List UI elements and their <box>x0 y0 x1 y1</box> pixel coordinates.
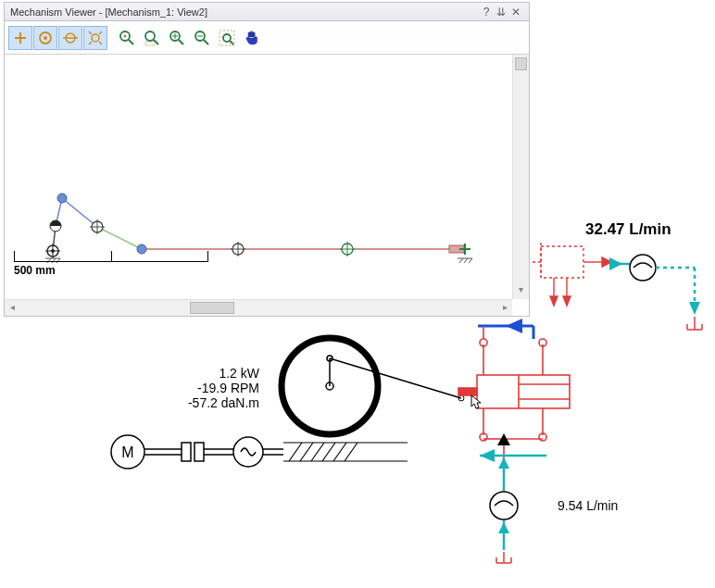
svg-point-25 <box>223 34 231 42</box>
svg-line-39 <box>469 258 472 263</box>
vscroll-thumb[interactable] <box>515 57 527 70</box>
svg-text:M: M <box>121 444 133 460</box>
svg-rect-69 <box>182 443 191 461</box>
svg-point-90 <box>480 339 487 346</box>
svg-line-79 <box>300 443 313 461</box>
svg-point-65 <box>111 435 144 469</box>
svg-marker-109 <box>609 257 622 270</box>
svg-line-18 <box>179 40 183 44</box>
zoom-fit-button[interactable] <box>115 26 139 50</box>
mechanism-canvas[interactable]: 500 mm <box>5 55 529 299</box>
zoom-in-button[interactable] <box>165 26 189 50</box>
svg-point-3 <box>44 36 47 40</box>
svg-point-111 <box>630 255 656 281</box>
flow-bottom-readout: 9.54 L/min <box>558 498 618 513</box>
svg-point-40 <box>57 194 67 203</box>
svg-marker-108 <box>563 296 571 306</box>
pointer-cursor-icon <box>469 394 485 417</box>
zoom-region-button[interactable] <box>140 26 164 50</box>
motor-readouts: 1.2 kW -19.9 RPM -57.2 daN.m <box>176 366 259 410</box>
svg-point-14 <box>145 31 155 41</box>
svg-rect-84 <box>477 375 570 408</box>
hscroll-thumb[interactable] <box>190 302 234 314</box>
zoom-out-button[interactable] <box>190 26 214 50</box>
svg-line-7 <box>89 31 92 34</box>
magnifier-minus-icon <box>193 29 211 47</box>
speed-readout: -19.9 RPM <box>176 381 259 395</box>
target-expand-icon <box>86 29 105 47</box>
svg-marker-130 <box>498 522 509 533</box>
svg-rect-100 <box>541 246 583 278</box>
svg-line-12 <box>129 40 133 44</box>
pan-button[interactable] <box>240 26 264 50</box>
svg-line-37 <box>459 258 463 263</box>
svg-marker-124 <box>480 449 495 462</box>
svg-marker-114 <box>689 302 700 315</box>
svg-point-64 <box>458 395 464 401</box>
titlebar[interactable]: Mechanism Viewer - [Mechanism_1: View2] … <box>5 3 529 21</box>
target-center-button[interactable] <box>33 26 57 50</box>
svg-point-13 <box>124 34 127 37</box>
svg-line-27 <box>62 198 97 227</box>
add-anchor-button[interactable] <box>8 26 32 50</box>
svg-line-83 <box>345 443 358 461</box>
power-readout: 1.2 kW <box>176 366 259 381</box>
svg-point-59 <box>282 338 378 434</box>
svg-marker-120 <box>506 319 522 333</box>
mechanism-viewer-panel: Mechanism Viewer - [Mechanism_1: View2] … <box>4 2 530 317</box>
target-center-icon <box>36 29 55 47</box>
target-horizontal-icon <box>61 29 80 47</box>
flow-top-readout: 32.47 L/min <box>585 220 671 239</box>
svg-point-73 <box>233 437 263 467</box>
svg-point-61 <box>327 356 332 361</box>
scale-label: 500 mm <box>14 264 208 277</box>
svg-point-128 <box>490 492 518 519</box>
toolbar <box>5 21 529 55</box>
svg-marker-125 <box>497 433 510 445</box>
svg-point-94 <box>480 433 487 441</box>
svg-marker-106 <box>550 296 558 306</box>
svg-line-38 <box>464 258 468 263</box>
svg-marker-102 <box>602 257 611 267</box>
zoom-select-button[interactable] <box>215 26 239 50</box>
pin-button[interactable]: ⇊ <box>494 6 508 19</box>
scale-bar: 500 mm <box>14 251 208 277</box>
magnifier-fit-icon <box>118 29 136 47</box>
svg-point-6 <box>92 34 99 42</box>
target-expand-button[interactable] <box>83 26 107 50</box>
hand-icon <box>243 29 261 47</box>
svg-line-63 <box>330 358 461 398</box>
vertical-scrollbar[interactable]: ▴ ▾ <box>512 55 529 299</box>
svg-line-81 <box>322 443 335 461</box>
torque-readout: -57.2 daN.m <box>176 395 259 410</box>
svg-line-22 <box>204 40 208 44</box>
svg-line-10 <box>99 42 102 44</box>
window-title: Mechanism Viewer - [Mechanism_1: View2] <box>10 6 479 18</box>
svg-rect-70 <box>194 443 204 461</box>
magnifier-select-icon <box>218 29 236 47</box>
target-horizontal-button[interactable] <box>58 26 82 50</box>
plus-target-icon <box>11 29 30 47</box>
svg-line-26 <box>230 41 233 44</box>
svg-marker-127 <box>498 457 509 469</box>
svg-point-96 <box>539 433 546 441</box>
svg-line-80 <box>311 443 324 461</box>
svg-line-78 <box>289 443 302 461</box>
svg-line-9 <box>89 42 92 44</box>
close-button[interactable]: ✕ <box>508 6 523 19</box>
help-button[interactable]: ? <box>479 6 494 19</box>
svg-line-8 <box>99 31 102 34</box>
svg-point-60 <box>326 382 333 390</box>
magnifier-region-icon <box>143 29 161 47</box>
svg-line-82 <box>333 443 346 461</box>
svg-rect-16 <box>145 42 155 45</box>
svg-line-30 <box>97 227 142 249</box>
svg-point-92 <box>539 339 546 346</box>
horizontal-scrollbar[interactable]: ◂ ▸ <box>5 299 512 316</box>
magnifier-plus-icon <box>168 29 186 47</box>
